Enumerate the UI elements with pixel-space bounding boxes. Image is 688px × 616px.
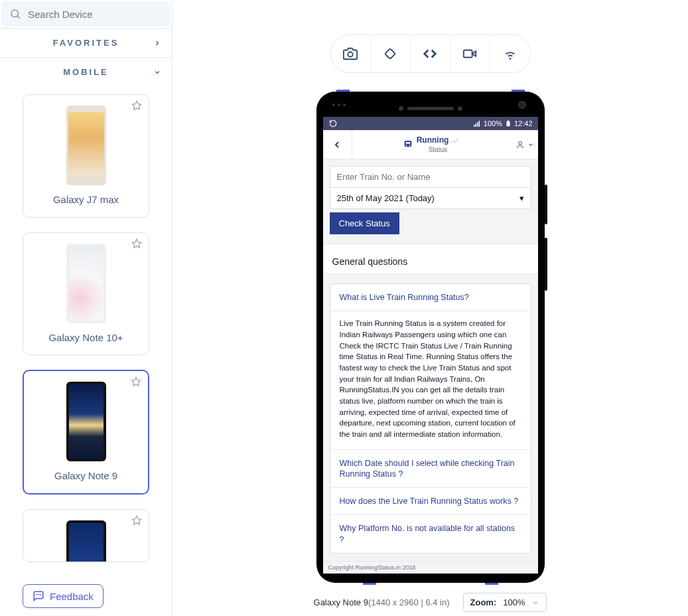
- device-label: Galaxy Note 10+: [30, 331, 142, 345]
- app-body[interactable]: 25th of May 2021 (Today) ▾ Check Status …: [323, 159, 538, 574]
- refresh-icon: [328, 119, 338, 128]
- android-statusbar: 100% 12:42: [323, 117, 538, 130]
- device-card-galaxy-note-10-plus[interactable]: Galaxy Note 10+: [23, 232, 149, 356]
- svg-marker-2: [132, 101, 141, 110]
- back-button[interactable]: [323, 130, 352, 159]
- faq-answer-1: Live Train Running Status is a system cr…: [330, 311, 531, 449]
- phone-screen[interactable]: 100% 12:42 Running Status: [323, 117, 538, 574]
- chevron-down-icon: [153, 68, 161, 76]
- device-label: Galaxy J7 max: [30, 193, 142, 206]
- main: 100% 12:42 Running Status: [172, 0, 688, 616]
- device-card-partial[interactable]: [23, 509, 149, 562]
- caret-down-icon: ▾: [519, 193, 524, 203]
- device-thumbnail: [66, 382, 106, 461]
- svg-rect-21: [404, 141, 411, 147]
- star-icon[interactable]: [131, 238, 142, 249]
- device-thumbnail: [66, 106, 106, 185]
- search-icon: [9, 8, 21, 20]
- svg-line-11: [393, 49, 395, 51]
- svg-rect-19: [506, 121, 510, 127]
- svg-marker-4: [131, 377, 140, 386]
- svg-rect-18: [478, 121, 480, 127]
- wifi-icon: [503, 46, 517, 61]
- search-device[interactable]: [1, 1, 171, 27]
- device-card-galaxy-note-9[interactable]: Galaxy Note 9: [23, 370, 149, 495]
- svg-rect-15: [474, 125, 475, 127]
- chevron-down-icon: [531, 599, 539, 607]
- train-input[interactable]: [330, 166, 531, 188]
- phone-notch: [323, 101, 538, 116]
- screenshot-button[interactable]: [331, 35, 371, 72]
- star-icon[interactable]: [131, 515, 142, 526]
- star-icon[interactable]: [131, 100, 142, 111]
- date-value: 25th of May 2021 (Today): [337, 193, 435, 203]
- zoom-value: 100%: [503, 597, 525, 607]
- date-select[interactable]: 25th of May 2021 (Today) ▾: [330, 188, 531, 209]
- search-input[interactable]: [28, 9, 163, 20]
- devtools-button[interactable]: [411, 35, 450, 72]
- svg-point-25: [518, 141, 521, 145]
- device-preview[interactable]: 100% 12:42 Running Status: [316, 92, 545, 583]
- svg-rect-17: [477, 122, 478, 127]
- faq-question-2[interactable]: Which Date should I select while checkin…: [330, 449, 531, 488]
- svg-point-23: [409, 145, 410, 146]
- phone-frame: 100% 12:42 Running Status: [316, 92, 545, 583]
- device-toolbar: [330, 35, 531, 73]
- general-questions-title: General questions: [323, 244, 538, 274]
- check-status-button[interactable]: Check Status: [330, 212, 399, 234]
- crop-marker: [485, 583, 498, 585]
- device-thumbnail: [66, 244, 106, 323]
- phone-sensors: [332, 104, 346, 106]
- faq-question-3[interactable]: How does the Live Train Running Status w…: [330, 487, 531, 514]
- network-button[interactable]: [490, 35, 530, 72]
- favorites-label: FAVORITES: [53, 38, 119, 48]
- device-card-galaxy-j7-max[interactable]: Galaxy J7 max: [23, 94, 149, 218]
- device-name: Galaxy Note 9: [314, 597, 368, 607]
- signal-icon: [473, 119, 481, 127]
- svg-point-9: [348, 52, 352, 56]
- battery-icon: [505, 119, 512, 127]
- svg-rect-12: [464, 50, 472, 58]
- rotate-button[interactable]: [371, 35, 411, 72]
- svg-marker-5: [132, 516, 141, 524]
- device-info-bar: Galaxy Note 9(1440 x 2960 | 6.4 in) Zoom…: [172, 593, 688, 612]
- app-header: Running Status: [323, 130, 538, 159]
- svg-marker-3: [132, 239, 141, 248]
- logo-text-bottom: Status: [429, 146, 447, 153]
- chevron-right-icon: [153, 39, 161, 47]
- device-list[interactable]: Galaxy J7 max Galaxy Note 10+ Galaxy Not…: [0, 86, 172, 616]
- faq-accordion: What is Live Train Running Status? Live …: [330, 283, 531, 554]
- chevron-down-icon: [527, 140, 534, 149]
- svg-rect-16: [475, 123, 476, 127]
- front-camera: [518, 101, 526, 109]
- favorites-header[interactable]: FAVORITES: [0, 29, 172, 58]
- chevron-left-icon: [332, 139, 342, 150]
- svg-rect-24: [405, 142, 410, 144]
- mobile-header[interactable]: MOBILE: [0, 58, 172, 86]
- crop-marker: [363, 583, 376, 585]
- faq-question-4[interactable]: Why Platform No. is not available for al…: [330, 514, 531, 553]
- feedback-button[interactable]: Feedback: [23, 584, 103, 608]
- star-icon[interactable]: [131, 376, 141, 387]
- code-icon: [423, 46, 437, 61]
- zoom-label: Zoom:: [470, 597, 497, 607]
- sidebar: FAVORITES MOBILE Galaxy J7 max Galaxy No…: [0, 0, 172, 616]
- rotate-icon: [383, 46, 397, 61]
- battery-percent: 100%: [484, 119, 502, 127]
- device-label: Galaxy Note 9: [31, 469, 141, 483]
- logo-text-top: Running: [417, 135, 449, 145]
- user-menu[interactable]: [516, 140, 538, 149]
- side-button: [545, 238, 547, 291]
- train-icon: [401, 139, 415, 150]
- faq-question-1[interactable]: What is Live Train Running Status?: [330, 284, 531, 311]
- clock: 12:42: [514, 119, 533, 127]
- record-button[interactable]: [450, 35, 490, 72]
- video-icon: [462, 46, 477, 61]
- device-thumbnail: [66, 520, 106, 562]
- camera-icon: [343, 46, 358, 61]
- zoom-control[interactable]: Zoom: 100%: [463, 593, 547, 612]
- search-wrap: [0, 0, 172, 29]
- svg-point-22: [405, 145, 407, 146]
- mobile-label: MOBILE: [63, 67, 109, 77]
- svg-line-1: [17, 16, 19, 18]
